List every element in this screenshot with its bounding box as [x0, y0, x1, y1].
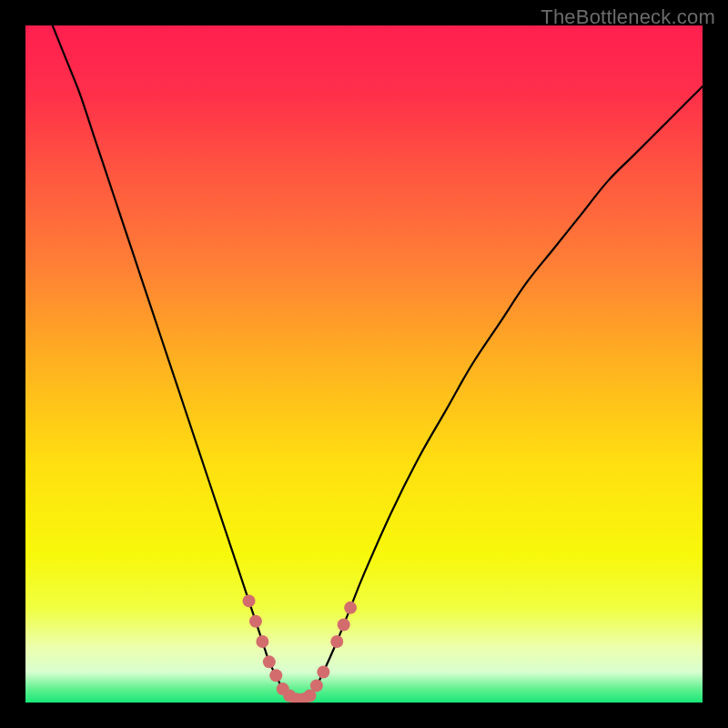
watermark-text: TheBottleneck.com — [541, 5, 715, 29]
curve-marker — [243, 594, 256, 607]
curve-marker — [263, 655, 276, 668]
curve-marker — [330, 635, 343, 648]
curve-marker — [269, 669, 282, 682]
curve-marker — [256, 635, 268, 648]
chart-container: TheBottleneck.com — [0, 0, 728, 728]
curve-marker — [249, 615, 262, 628]
plot-area — [25, 25, 703, 703]
chart-background — [25, 25, 703, 703]
curve-marker — [310, 679, 323, 692]
curve-marker — [317, 666, 329, 679]
plot-inner — [25, 25, 703, 703]
curve-marker — [338, 618, 350, 631]
chart-svg — [25, 25, 703, 703]
curve-marker — [344, 602, 357, 614]
